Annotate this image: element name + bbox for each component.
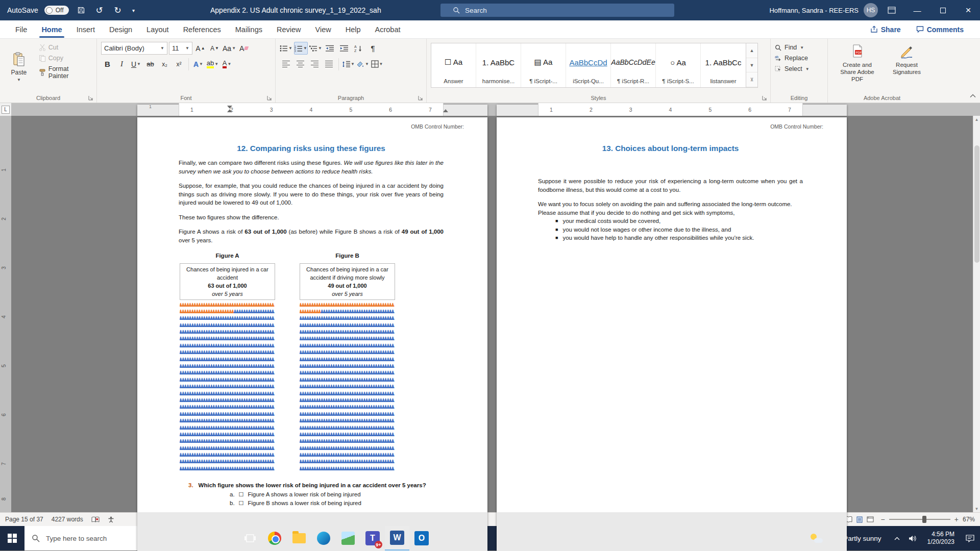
paragraph-dialog-launcher[interactable] [418,94,424,101]
autosave-toggle[interactable]: Off [44,6,69,15]
justify-button[interactable] [323,58,335,70]
edge-icon[interactable] [311,526,336,550]
outlook-icon[interactable]: O [409,526,434,550]
teams-icon[interactable]: T9+ [360,526,385,550]
multilevel-list-button[interactable]: ▼ [309,42,322,55]
file-explorer-icon[interactable] [287,526,311,550]
scroll-up-icon[interactable]: ▲ [975,116,979,123]
tab-file[interactable]: File [8,22,34,37]
show-formatting-marks-button[interactable]: ¶ [366,42,379,55]
horizontal-ruler[interactable]: L 1 1 2 3 4 5 6 7 1 2 3 4 5 6 7 [0,103,980,116]
zoom-slider-thumb[interactable] [922,516,926,523]
font-size-combo[interactable]: 11 ▼ [169,42,192,55]
word-count[interactable]: 4227 words [52,516,83,523]
style-iscript-r[interactable]: AaBbCcDdEe ¶ iScript-R... [611,43,656,87]
clock[interactable]: 4:56 PM 1/20/2023 [922,531,960,546]
undo-icon[interactable]: ↺ [93,4,106,16]
checkbox-icon[interactable]: ☐ [239,499,244,508]
proofing-icon[interactable] [91,516,100,523]
tab-help[interactable]: Help [338,22,368,37]
web-layout-icon[interactable] [867,516,874,523]
tab-review[interactable]: Review [270,22,308,37]
tab-home[interactable]: Home [34,22,69,37]
numbering-button[interactable]: 123▼ [294,42,308,55]
font-dialog-launcher[interactable] [267,94,273,101]
style-answer[interactable]: ☐ Aa Answer [431,43,476,87]
text-effects-button[interactable]: A▼ [192,58,205,70]
align-right-button[interactable] [308,58,321,70]
tab-insert[interactable]: Insert [69,22,102,37]
scrollbar-thumb[interactable] [974,145,979,263]
increase-indent-button[interactable] [338,42,351,55]
close-button[interactable]: × [957,0,980,20]
save-icon[interactable] [75,4,87,16]
select-button[interactable]: Select ▼ [775,65,823,72]
page-indicator[interactable]: Page 15 of 37 [5,516,43,523]
tab-design[interactable]: Design [102,22,139,37]
align-left-button[interactable] [280,58,292,70]
strikethrough-button[interactable]: ab [144,58,157,70]
style-iscript-s[interactable]: ○ Aa ¶ iScript-S... [656,43,701,87]
vertical-scrollbar[interactable]: ▲ ▼ [973,116,980,512]
find-button[interactable]: Find ▼ [775,44,823,51]
shading-button[interactable]: ▼ [356,58,369,70]
styles-dialog-launcher[interactable] [762,94,768,101]
document-canvas[interactable]: 1 2 3 4 5 6 7 8 OMB Control Number: 12. … [0,116,980,512]
style-iscript-qu[interactable]: AaBbCcDd iScript-Qu... [566,43,611,87]
word-icon[interactable]: W [385,526,409,550]
text-highlight-button[interactable]: ab▼ [206,58,219,70]
right-indent-marker[interactable] [443,109,448,112]
hanging-indent-marker[interactable] [227,109,232,112]
change-case-button[interactable]: Aa▼ [223,42,236,55]
tab-references[interactable]: References [176,22,228,37]
page-right[interactable]: OMB Control Number: 13. Choices about lo… [497,117,847,512]
user-name[interactable]: Hoffmann, Sandra - REE-ERS [769,7,859,14]
comments-button[interactable]: Comments [911,23,969,36]
customize-quick-access-toolbar-icon[interactable]: ▾ [130,4,137,16]
speaker-icon[interactable] [906,526,919,550]
align-center-button[interactable] [294,58,307,70]
page-left[interactable]: OMB Control Number: 12. Comparing risks … [137,117,487,512]
font-family-combo[interactable]: Calibri (Body) ▼ [101,42,167,55]
styles-scroll-up-icon[interactable]: ▲ [746,43,757,58]
styles-scroll-down-icon[interactable]: ▼ [746,58,757,73]
borders-button[interactable]: ▼ [371,58,383,70]
format-painter-button[interactable]: Format Painter [37,64,92,81]
replace-button[interactable]: ab Replace [775,55,823,62]
superscript-button[interactable]: x² [173,58,185,70]
option-a[interactable]: a. ☐ Figure A shows a lower risk of bein… [179,490,444,499]
accessibility-icon[interactable] [108,516,114,523]
clipboard-dialog-launcher[interactable] [88,94,94,101]
sort-button[interactable]: AZ [352,42,365,55]
maximize-button[interactable] [931,0,954,20]
collapse-ribbon-button[interactable] [970,92,976,99]
print-layout-icon[interactable] [856,516,863,523]
action-center-icon[interactable] [960,535,980,542]
first-line-indent-marker[interactable] [227,106,232,109]
tab-view[interactable]: View [308,22,338,37]
clear-formatting-button[interactable]: A [237,42,250,55]
italic-button[interactable]: I [115,58,128,70]
ribbon-display-options-icon[interactable] [880,0,903,20]
checkbox-icon[interactable]: ☐ [239,490,244,499]
tab-acrobat[interactable]: Acrobat [368,22,408,37]
style-harmonise[interactable]: 1. AaBbC harmonise... [476,43,521,87]
photos-icon[interactable] [336,526,360,550]
task-view-button[interactable] [238,526,262,550]
underline-button[interactable]: U▼ [130,58,142,70]
decrease-indent-button[interactable] [324,42,336,55]
vertical-ruler[interactable]: 1 2 3 4 5 6 7 8 [0,116,11,512]
chrome-icon[interactable] [262,526,287,550]
zoom-slider[interactable] [889,519,950,520]
tab-mailings[interactable]: Mailings [228,22,270,37]
styles-more-icon[interactable]: ⊻ [746,72,757,87]
redo-icon[interactable]: ↻ [112,4,124,16]
style-listanswer[interactable]: 1. AaBbCc listanswer [701,43,746,87]
subscript-button[interactable]: x₂ [158,58,171,70]
cut-button[interactable]: Cut [37,43,92,52]
titlebar-search-box[interactable]: Search [440,4,674,17]
zoom-level[interactable]: 67% [963,516,975,523]
font-color-button[interactable]: A▼ [220,58,233,70]
tab-stop-selector[interactable]: L [0,103,11,116]
option-b[interactable]: b. ☐ Figure B shows a lower risk of bein… [179,499,444,508]
